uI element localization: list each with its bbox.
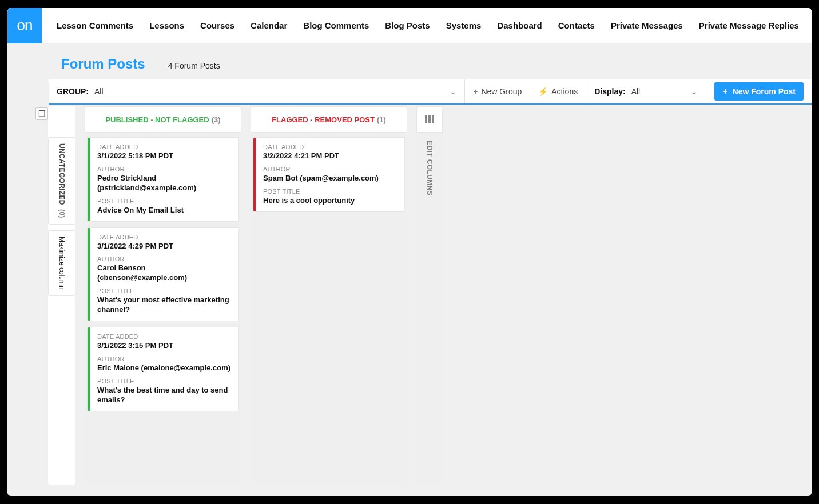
column-count: (1) [377,115,386,124]
uncategorized-label: UNCATEGORIZED [58,143,66,205]
side-rail: ❐ [15,99,48,496]
date-added-label: DATE ADDED [97,234,232,241]
date-added-value: 3/1/2022 5:18 PM PDT [97,151,232,161]
kanban-column: PUBLISHED - NOT FLAGGED (3)DATE ADDED3/1… [85,106,241,485]
plus-icon: + [722,87,727,96]
post-title-field: POST TITLEAdvice On My Email List [97,198,232,215]
date-added-value: 3/1/2022 4:29 PM PDT [97,242,232,251]
nav-item[interactable]: Companies [807,8,812,43]
post-card[interactable]: DATE ADDED3/1/2022 5:18 PM PDTAUTHORPedr… [87,137,239,222]
nav-item[interactable]: Calendar [242,8,295,43]
logo-text: on [17,17,33,34]
column-body: DATE ADDED3/2/2022 4:21 PM PDTAUTHORSpam… [251,137,407,217]
uncategorized-column: UNCATEGORIZED (0) Maximize column [48,106,75,485]
post-title-label: POST TITLE [97,287,232,294]
card-body: DATE ADDED3/1/2022 5:18 PM PDTAUTHORPedr… [90,138,238,221]
app-window: on Lesson CommentsLessonsCoursesCalendar… [7,8,812,496]
nav-item[interactable]: Contacts [550,8,603,43]
column-count: (3) [212,115,221,124]
author-value: Pedro Strickland (pstrickland@example.co… [97,174,232,193]
date-added-value: 3/2/2022 4:21 PM PDT [263,151,397,161]
uncategorized-head-blank [48,106,75,133]
new-forum-post-button[interactable]: + New Forum Post [714,82,804,101]
board-wrap: ❐ UNCATEGORIZED (0) Maximize column PUBL… [15,99,812,496]
nav-item[interactable]: Blog Comments [295,8,377,43]
page-title: Forum Posts [61,56,145,72]
chevron-down-icon: ⌄ [450,87,456,96]
post-title-field: POST TITLEWhat's the best time and day t… [97,378,232,405]
logo[interactable]: on [7,8,42,43]
display-label: Display: [594,87,625,96]
chevron-down-icon: ⌄ [691,87,698,96]
post-card[interactable]: DATE ADDED3/1/2022 3:15 PM PDTAUTHOREric… [87,327,239,411]
post-title-value: What's the best time and day to send ema… [97,386,232,405]
edit-columns-label: EDIT COLUMNS [426,141,434,195]
post-card[interactable]: DATE ADDED3/1/2022 4:29 PM PDTAUTHORCaro… [87,227,239,321]
card-body: DATE ADDED3/1/2022 4:29 PM PDTAUTHORCaro… [90,228,238,321]
date-added-value: 3/1/2022 3:15 PM PDT [97,341,232,351]
post-title-label: POST TITLE [263,188,397,195]
author-value: Eric Malone (emalone@example.com) [97,363,232,373]
columns-icon [416,106,443,133]
actions-label: Actions [551,87,578,96]
card-body: DATE ADDED3/2/2022 4:21 PM PDTAUTHORSpam… [256,138,404,211]
author-label: AUTHOR [97,255,232,262]
stack-icon[interactable]: ❐ [35,107,48,120]
nav-item[interactable]: Private Message Replies [691,8,807,43]
column-header[interactable]: FLAGGED - REMOVED POST (1) [251,106,407,133]
post-title-field: POST TITLEWhat's your most effective mar… [97,287,232,315]
nav-item[interactable]: Systems [438,8,490,43]
post-title-value: Here is a cool opportunity [263,196,397,206]
display-value: All [631,87,641,96]
topbar: on Lesson CommentsLessonsCoursesCalendar… [7,8,812,43]
column-title: PUBLISHED - NOT FLAGGED [105,115,209,124]
column-body: DATE ADDED3/1/2022 5:18 PM PDTAUTHORPedr… [85,137,241,416]
top-nav: Lesson CommentsLessonsCoursesCalendarBlo… [42,8,812,43]
nav-item[interactable]: Lesson Comments [49,8,141,43]
date-added-field: DATE ADDED3/1/2022 5:18 PM PDT [97,143,232,161]
kanban-column: FLAGGED - REMOVED POST (1)DATE ADDED3/2/… [251,106,407,485]
edit-columns-panel[interactable]: EDIT COLUMNS [416,106,443,485]
page-subtitle: 4 Forum Posts [168,61,220,70]
date-added-field: DATE ADDED3/2/2022 4:21 PM PDT [263,143,397,161]
nav-item[interactable]: Courses [192,8,242,43]
post-title-field: POST TITLEHere is a cool opportunity [263,188,397,206]
date-added-field: DATE ADDED3/1/2022 3:15 PM PDT [97,333,232,351]
group-label: GROUP: [57,87,89,96]
post-title-label: POST TITLE [97,198,232,205]
column-header[interactable]: PUBLISHED - NOT FLAGGED (3) [85,106,241,133]
maximize-label: Maximize column [58,237,66,290]
nav-item[interactable]: Blog Posts [377,8,438,43]
svg-rect-0 [425,115,427,123]
author-field: AUTHORSpam Bot (spam@example.com) [263,166,397,183]
date-added-label: DATE ADDED [263,143,397,150]
post-card[interactable]: DATE ADDED3/2/2022 4:21 PM PDTAUTHORSpam… [253,137,405,212]
new-forum-post-label: New Forum Post [733,87,796,96]
page-header: Forum Posts 4 Forum Posts [7,43,812,79]
column-title: FLAGGED - REMOVED POST [272,115,375,124]
post-title-value: Advice On My Email List [97,206,232,215]
author-field: AUTHORCarol Benson (cbenson@example.com) [97,255,232,283]
author-value: Carol Benson (cbenson@example.com) [97,263,232,283]
author-field: AUTHOREric Malone (emalone@example.com) [97,355,232,373]
plus-icon: + [473,87,478,96]
new-group-label: New Group [481,87,522,96]
date-added-field: DATE ADDED3/1/2022 4:29 PM PDT [97,234,232,251]
card-body: DATE ADDED3/1/2022 3:15 PM PDTAUTHOREric… [90,327,238,411]
uncategorized-header[interactable]: UNCATEGORIZED (0) [48,137,75,225]
nav-item[interactable]: Dashboard [489,8,550,43]
maximize-column-button[interactable]: Maximize column [48,230,75,296]
date-added-label: DATE ADDED [97,333,232,340]
svg-rect-2 [432,115,434,123]
group-value: All [94,87,104,96]
post-title-label: POST TITLE [97,378,232,385]
svg-rect-1 [428,115,431,123]
uncategorized-count: (0) [58,209,66,218]
author-label: AUTHOR [97,355,232,362]
author-value: Spam Bot (spam@example.com) [263,174,397,183]
author-label: AUTHOR [97,166,232,173]
kanban-board: UNCATEGORIZED (0) Maximize column PUBLIS… [48,99,812,496]
author-label: AUTHOR [263,166,397,173]
nav-item[interactable]: Lessons [141,8,192,43]
nav-item[interactable]: Private Messages [603,8,691,43]
